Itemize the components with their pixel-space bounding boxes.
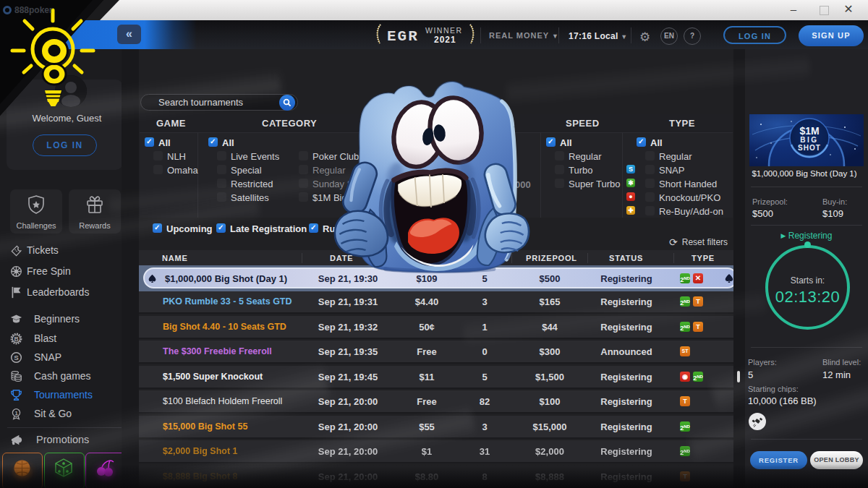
svg-text:SHOT: SHOT (798, 144, 821, 152)
svg-text:S: S (14, 353, 19, 361)
svg-text:B: B (14, 335, 18, 342)
svg-text:2021: 2021 (434, 35, 456, 45)
svg-text:BIG: BIG (800, 136, 818, 144)
svg-text:1: 1 (14, 409, 18, 416)
svg-text:$1M: $1M (799, 125, 819, 137)
svg-text:EGR: EGR (387, 28, 419, 45)
svg-text:WINNER: WINNER (425, 26, 463, 35)
